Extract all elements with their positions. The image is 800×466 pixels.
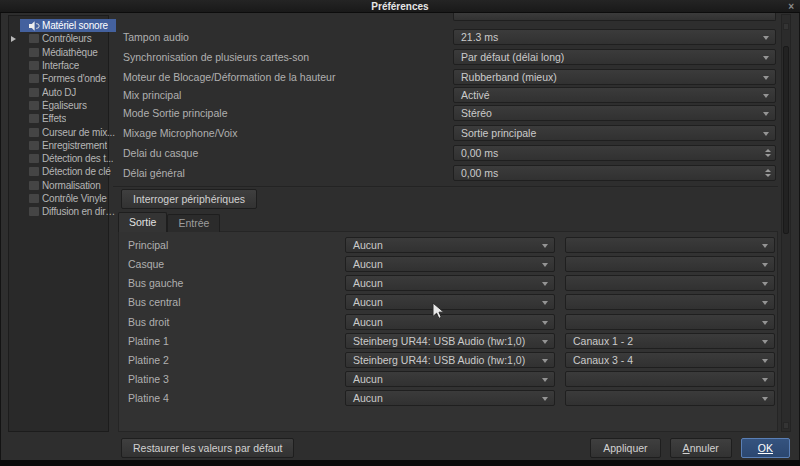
sidebar-item-interface[interactable]: Interface xyxy=(20,59,116,72)
channels-select-bus-droit[interactable] xyxy=(565,314,775,330)
scrollbar[interactable] xyxy=(781,14,791,432)
sidebar-item-label: Égaliseurs xyxy=(42,100,87,111)
headphone-delay-spin[interactable]: 0,00 ms xyxy=(453,145,776,161)
selected-value: 21.3 ms xyxy=(454,30,763,44)
scroll-down-icon[interactable] xyxy=(783,422,789,429)
selected-value: Sortie principale xyxy=(454,126,763,140)
tab-entree[interactable]: Entrée xyxy=(167,214,220,232)
channels-select-platine-1[interactable]: Canaux 1 - 2 xyxy=(565,333,775,349)
cancel-label-rest: nnuler xyxy=(690,442,719,454)
spin-up-icon[interactable] xyxy=(765,166,771,172)
spin-down-icon[interactable] xyxy=(765,154,771,160)
sidebar-item-auto-dj[interactable]: Auto DJ xyxy=(20,86,116,99)
spin-value: 0,00 ms xyxy=(454,146,765,160)
soundcard-sync-select[interactable]: Par défaut (délai long) xyxy=(453,49,776,65)
device-select-bus-central[interactable]: Aucun xyxy=(345,294,555,310)
device-select-principal[interactable]: Aucun xyxy=(345,237,555,253)
chevron-down-icon xyxy=(542,244,548,251)
chevron-down-icon xyxy=(542,397,548,404)
device-select-platine-3[interactable]: Aucun xyxy=(345,371,555,387)
controller-icon xyxy=(29,34,39,43)
device-select-bus-droit[interactable]: Aucun xyxy=(345,314,555,330)
chevron-down-icon xyxy=(762,244,768,251)
mic-mix-select[interactable]: Sortie principale xyxy=(453,125,776,141)
device-select-casque[interactable]: Aucun xyxy=(345,256,555,272)
sidebar-item-label: Auto DJ xyxy=(42,87,76,98)
io-row-label: Bus gauche xyxy=(128,275,183,291)
channels-select-principal[interactable] xyxy=(565,237,775,253)
io-row-label: Casque xyxy=(128,256,164,272)
audio-buffer-select[interactable]: 21.3 ms xyxy=(453,29,776,45)
sidebar-item-normalisation[interactable]: Normalisation xyxy=(20,179,116,192)
scroll-up-icon[interactable] xyxy=(783,23,789,30)
io-row-label: Platine 4 xyxy=(128,390,169,406)
sidebar-item-effets[interactable]: Effets xyxy=(20,112,116,125)
channels-select-platine-3[interactable] xyxy=(565,371,775,387)
cancel-button[interactable]: Annuler xyxy=(670,438,732,458)
sidebar-item-materiel-sonore[interactable]: Matériel sonore xyxy=(20,19,116,32)
sidebar-item-diffusion-en-direct[interactable]: Diffusion en direct xyxy=(20,205,116,218)
channels-select-platine-2[interactable]: Canaux 3 - 4 xyxy=(565,352,775,368)
main-delay-spin[interactable]: 0,00 ms xyxy=(453,165,776,181)
device-select-platine-1[interactable]: Steinberg UR44: USB Audio (hw:1,0) xyxy=(345,333,555,349)
spin-up-icon[interactable] xyxy=(765,146,771,152)
apply-button[interactable]: Appliquer xyxy=(590,438,660,458)
sidebar-item-controleurs[interactable]: Contrôleurs xyxy=(20,32,116,45)
device-select-platine-2[interactable]: Steinberg UR44: USB Audio (hw:1,0) xyxy=(345,352,555,368)
effects-icon xyxy=(29,114,39,123)
device-select-platine-4[interactable]: Aucun xyxy=(345,390,555,406)
field-label: Tampon audio xyxy=(123,29,189,45)
sidebar-item-label: Détection de clé xyxy=(42,166,111,177)
main-mix-select[interactable]: Activé xyxy=(453,87,776,103)
sidebar-item-label: Formes d'onde xyxy=(42,73,106,84)
tab-sortie[interactable]: Sortie xyxy=(118,212,167,232)
expand-arrow-icon[interactable] xyxy=(11,36,19,42)
ok-button[interactable]: OK xyxy=(741,438,790,458)
ok-label: OK xyxy=(758,442,773,454)
crossfader-icon xyxy=(29,128,39,137)
spin-down-icon[interactable] xyxy=(765,174,771,180)
io-row-label: Platine 1 xyxy=(128,333,169,349)
sidebar-item-label: Matériel sonore xyxy=(42,20,108,31)
field-label: Mode Sortie principale xyxy=(123,105,227,121)
restore-defaults-button[interactable]: Restaurer les valeurs par défaut xyxy=(121,438,294,458)
sidebar-item-curseur-de-mix[interactable]: Curseur de mix... xyxy=(20,125,116,138)
chevron-down-icon xyxy=(542,378,548,385)
equalizer-icon xyxy=(29,101,39,110)
recording-icon xyxy=(29,141,39,150)
scrollbar-thumb[interactable] xyxy=(783,46,789,234)
sidebar-item-formes-donde[interactable]: Formes d'onde xyxy=(20,72,116,85)
sidebar-item-detection-de-cle[interactable]: Détection de clé xyxy=(20,165,116,178)
clipped-combo[interactable] xyxy=(453,13,776,21)
chevron-down-icon xyxy=(763,112,769,119)
field-label: Délai général xyxy=(123,165,185,181)
sidebar-item-egaliseurs[interactable]: Égaliseurs xyxy=(20,99,116,112)
sidebar-item-enregistrement[interactable]: Enregistrement xyxy=(20,139,116,152)
chevron-down-icon xyxy=(763,36,769,43)
sidebar-item-label: Contrôleurs xyxy=(42,33,92,44)
device-select-bus-gauche[interactable]: Aucun xyxy=(345,275,555,291)
normalization-icon xyxy=(29,181,39,190)
selected-value: Canaux 3 - 4 xyxy=(566,353,762,367)
main-output-mode-select[interactable]: Stéréo xyxy=(453,105,776,121)
keylock-engine-select[interactable]: Rubberband (mieux) xyxy=(453,69,776,85)
channels-select-bus-gauche[interactable] xyxy=(565,275,775,291)
mouse-cursor xyxy=(432,302,446,321)
speaker-icon xyxy=(29,21,39,30)
sidebar-item-detection-des-tempos[interactable]: Détection des t... xyxy=(20,152,116,165)
field-label: Mixage Microphone/Voix xyxy=(123,125,237,141)
key-detection-icon xyxy=(29,167,39,176)
channels-select-bus-central[interactable] xyxy=(565,294,775,310)
dialog-buttons: Appliquer Annuler OK xyxy=(590,438,790,458)
window-title: Préférences xyxy=(0,0,800,13)
close-icon[interactable]: × xyxy=(788,0,794,13)
selected-value: Par défaut (délai long) xyxy=(454,50,763,64)
chevron-down-icon xyxy=(762,340,768,347)
selected-value: Aucun xyxy=(346,238,542,252)
query-devices-button[interactable]: Interroger périphériques xyxy=(121,189,257,209)
channels-select-platine-4[interactable] xyxy=(565,390,775,406)
sidebar-item-mediatheque[interactable]: Médiathèque xyxy=(20,46,116,59)
sidebar-item-controle-vinyle[interactable]: Contrôle Vinyle xyxy=(20,192,116,205)
channels-select-casque[interactable] xyxy=(565,256,775,272)
selected-value: Rubberband (mieux) xyxy=(454,70,763,84)
